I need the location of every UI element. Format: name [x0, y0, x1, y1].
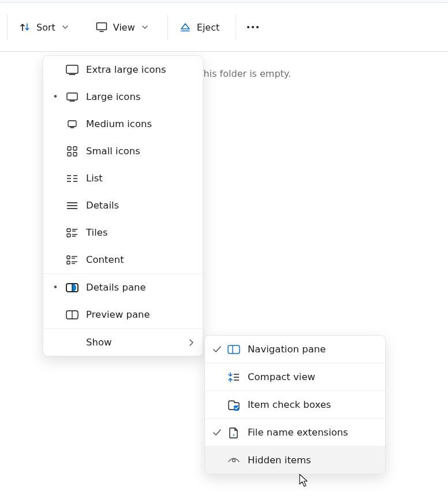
- svg-rect-8: [67, 93, 77, 100]
- sort-label: Sort: [36, 22, 55, 33]
- menu-label: File name extensions: [243, 427, 378, 438]
- menu-medium-icons[interactable]: Medium icons: [43, 110, 203, 137]
- tiles-icon: [63, 228, 81, 237]
- view-label: View: [113, 22, 135, 33]
- empty-folder-message: This folder is empty.: [198, 68, 291, 79]
- svg-rect-0: [96, 23, 106, 30]
- toolbar-separator: [167, 14, 168, 40]
- bullet-indicator: •: [48, 282, 63, 293]
- svg-rect-15: [73, 153, 77, 156]
- toolbar-separator: [236, 14, 236, 40]
- svg-point-48: [233, 434, 234, 435]
- more-button[interactable]: [240, 20, 266, 35]
- list-icon: [63, 174, 81, 183]
- svg-point-4: [252, 26, 254, 28]
- svg-point-3: [247, 26, 249, 28]
- menu-hidden-items[interactable]: Hidden items: [205, 447, 385, 474]
- eject-icon: [180, 21, 191, 33]
- menu-label: Preview pane: [81, 309, 196, 320]
- menu-label: Item check boxes: [243, 399, 378, 410]
- menu-extra-large-icons[interactable]: Extra large icons: [43, 56, 203, 83]
- svg-rect-42: [228, 345, 240, 354]
- extra-large-icons-icon: [63, 65, 81, 75]
- menu-label: Hidden items: [243, 455, 378, 466]
- sort-icon: [19, 21, 31, 33]
- hidden-items-icon: [225, 456, 243, 464]
- menu-label: Compact view: [243, 371, 378, 382]
- svg-rect-10: [68, 121, 76, 127]
- svg-rect-31: [67, 256, 70, 259]
- preview-pane-icon: [63, 310, 81, 319]
- chevron-down-icon: [142, 24, 148, 30]
- large-icons-icon: [63, 92, 81, 102]
- chevron-down-icon: [62, 24, 68, 30]
- compact-view-icon: [225, 372, 243, 382]
- svg-rect-14: [68, 153, 71, 156]
- svg-rect-13: [73, 147, 77, 150]
- details-icon: [63, 202, 81, 210]
- menu-content[interactable]: Content: [43, 246, 203, 273]
- svg-rect-6: [66, 65, 78, 73]
- menu-item-checkboxes[interactable]: Item check boxes: [205, 391, 385, 418]
- menu-large-icons[interactable]: • Large icons: [43, 83, 203, 110]
- menu-tiles[interactable]: Tiles: [43, 219, 203, 246]
- menu-file-name-extensions[interactable]: File name extensions: [205, 419, 385, 446]
- bullet-indicator: •: [48, 91, 63, 102]
- menu-label: List: [81, 173, 196, 184]
- menu-label: Medium icons: [81, 118, 196, 129]
- menu-label: Large icons: [81, 91, 196, 102]
- menu-label: Content: [81, 254, 196, 265]
- menu-preview-pane[interactable]: Preview pane: [43, 301, 203, 328]
- menu-small-icons[interactable]: Small icons: [43, 137, 203, 165]
- menu-details[interactable]: Details: [43, 192, 203, 219]
- medium-icons-icon: [63, 120, 81, 128]
- eject-label: Eject: [197, 22, 219, 33]
- details-pane-icon: [63, 283, 81, 292]
- view-icon: [96, 22, 107, 32]
- navigation-pane-icon: [225, 345, 243, 354]
- toolbar-separator: [7, 14, 8, 40]
- menu-label: Navigation pane: [243, 344, 378, 355]
- svg-rect-12: [68, 147, 71, 150]
- sort-button[interactable]: Sort: [11, 16, 76, 39]
- svg-rect-26: [67, 234, 70, 237]
- menu-label: Details pane: [81, 282, 196, 293]
- menu-show-submenu[interactable]: Show: [43, 329, 203, 356]
- small-icons-icon: [63, 146, 81, 157]
- menu-label: Details: [81, 200, 196, 211]
- menu-navigation-pane[interactable]: Navigation pane: [205, 336, 385, 363]
- file-extensions-icon: [225, 427, 243, 438]
- svg-point-49: [233, 459, 236, 462]
- svg-rect-25: [67, 229, 70, 232]
- check-indicator: [210, 346, 225, 353]
- chevron-right-icon: [189, 339, 196, 346]
- menu-list[interactable]: List: [43, 165, 203, 192]
- toolbar: Sort View Eject: [0, 3, 448, 52]
- view-button[interactable]: View: [88, 16, 156, 39]
- item-check-boxes-icon: [225, 399, 243, 411]
- eject-button[interactable]: Eject: [171, 16, 227, 39]
- menu-label: Small icons: [81, 146, 196, 157]
- more-icon: [247, 25, 259, 29]
- menu-compact-view[interactable]: Compact view: [205, 363, 385, 391]
- show-submenu: Navigation pane Compact view Item check …: [204, 335, 386, 474]
- menu-label: Extra large icons: [81, 64, 196, 75]
- menu-label: Tiles: [81, 227, 196, 238]
- menu-details-pane[interactable]: • Details pane: [43, 274, 203, 301]
- content-icon: [63, 255, 81, 265]
- check-indicator: [210, 429, 225, 436]
- menu-label: Show: [81, 337, 189, 348]
- view-menu: Extra large icons • Large icons Medium i…: [43, 55, 203, 356]
- svg-point-5: [256, 26, 259, 28]
- svg-rect-32: [67, 261, 70, 264]
